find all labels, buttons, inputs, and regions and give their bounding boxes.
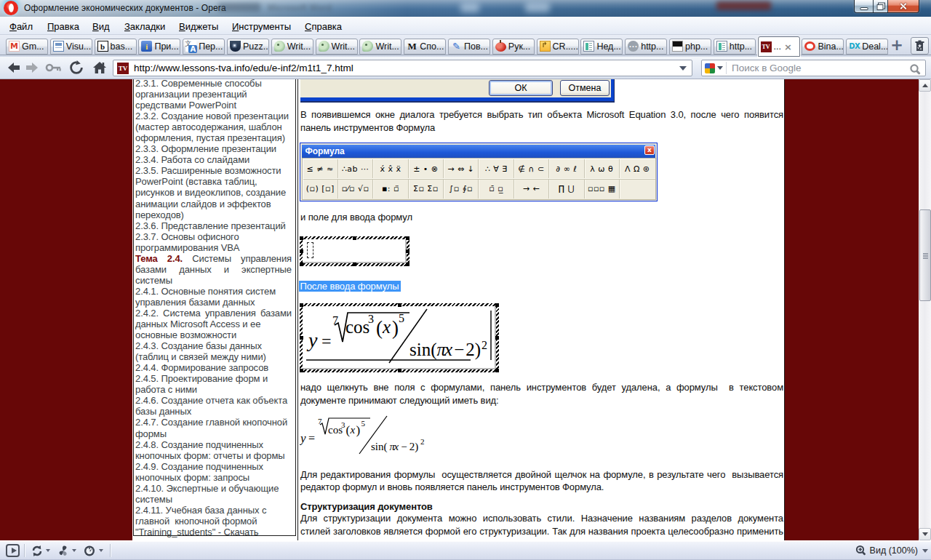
search-go-icon[interactable] [909, 63, 922, 76]
panel-toggle-button[interactable] [6, 544, 20, 557]
sidebar-link-line[interactable]: базами данных и экспертные [135, 264, 292, 275]
tab-11[interactable]: ✎Пов... [448, 39, 490, 55]
ftoolbar-row1-group-4[interactable]: ± • ⊗ [409, 159, 444, 179]
closed-tabs-trash-button[interactable] [911, 37, 929, 55]
home-button[interactable] [92, 60, 107, 75]
ftoolbar-row1-group-6[interactable]: ∴ ∀ ∃ [479, 159, 514, 179]
formula-toolbar-close-button[interactable]: x [644, 145, 655, 155]
tab-5[interactable]: Пер... [183, 39, 225, 55]
tab-7[interactable]: Writ... [271, 39, 313, 55]
sidebar-link-line[interactable]: кнопочных форм: запросы [135, 472, 292, 483]
sidebar-link-line[interactable]: программирования VBA [135, 242, 292, 253]
close-button[interactable] [887, 0, 919, 12]
tab-17[interactable]: http... [714, 39, 756, 55]
ftoolbar-row2-group-3[interactable]: ▪: ▫̈ [373, 180, 408, 199]
ftoolbar-row1-group-9[interactable]: λ ω θ [585, 159, 620, 179]
tab-2[interactable]: Visu... [50, 39, 92, 55]
restore-button[interactable] [873, 0, 887, 12]
tab-19[interactable]: Bina... [802, 39, 844, 55]
zoom-dropdown-arrow[interactable] [922, 549, 928, 553]
sidebar-link-line[interactable]: 2.3.3. Оформление презентации [135, 143, 292, 154]
tab-10[interactable]: MСпо... [404, 39, 446, 55]
tab-16[interactable]: php... [669, 39, 711, 55]
menu-3[interactable]: Вид [92, 21, 110, 33]
sidebar-link-line[interactable]: главной кнопочной формой [135, 516, 292, 527]
menu-4[interactable]: Закладки [124, 21, 165, 33]
sidebar-link-line[interactable]: оформления, пустая презентация) [135, 132, 292, 143]
ftoolbar-row2-group-8[interactable]: ∏ ⋃ [549, 180, 584, 199]
sync-dropdown-arrow[interactable] [46, 549, 50, 552]
dialog-ok-button[interactable]: ОК [489, 80, 553, 96]
search-engine-dropdown-arrow[interactable] [717, 66, 723, 70]
tab-18-active[interactable]: TV...× [758, 36, 800, 57]
tab-15[interactable]: ···http... [625, 39, 667, 55]
sidebar-link-line[interactable]: системы [135, 494, 292, 505]
sidebar-link-line[interactable]: 2.4.11. Учебная база данных с [135, 505, 292, 516]
back-button[interactable] [7, 60, 20, 75]
sidebar-link-line[interactable]: кнопочных форм: отчеты и формы [135, 450, 292, 461]
sidebar-link-line[interactable]: (таблиц и связей между ними) [135, 351, 292, 362]
sidebar-link-line[interactable]: 2.3.7. Основы офисного [135, 231, 292, 242]
menu-6[interactable]: Инструменты [232, 21, 291, 33]
ftoolbar-row2-group-9[interactable]: ▫▫▫ ▦ [585, 180, 620, 199]
sidebar-link-line[interactable]: "Training_students" - Скачать [135, 527, 292, 537]
menu-1[interactable]: Файл [9, 21, 33, 33]
sidebar-link-line[interactable]: 2.4.10. Экспертные и обучающие [135, 483, 292, 494]
url-field[interactable]: TV http://www.lessons-tva.info/edu/e-inf… [113, 60, 692, 76]
tab-9[interactable]: Writ... [359, 39, 401, 55]
sidebar-link-line[interactable]: 2.3.1. Современные способы [135, 79, 292, 89]
tab-close-button[interactable]: × [784, 41, 792, 52]
minimize-button[interactable] [855, 0, 873, 12]
reload-button[interactable] [69, 60, 84, 75]
tab-6[interactable]: Puzz... [227, 39, 269, 55]
sidebar-link-line[interactable]: рисунков и видеоклипов, создание [135, 187, 292, 198]
forward-button[interactable] [25, 60, 39, 75]
sidebar-link-line[interactable]: системы [135, 275, 292, 286]
vertical-scrollbar[interactable] [919, 79, 931, 540]
zoom-widget[interactable]: Вид (100%) [855, 545, 928, 556]
sidebar-link-line[interactable]: 2.4.8. Создание подчиненных [135, 439, 292, 450]
tab-14[interactable]: Нед... [580, 39, 623, 55]
ftoolbar-row1-group-7[interactable]: ∉ ∩ ⊂ [514, 159, 549, 179]
tab-4[interactable]: iПри... [138, 39, 180, 55]
menu-2[interactable]: Правка [47, 21, 79, 33]
tab-12[interactable]: Рук... [492, 39, 535, 55]
sidebar-link-line[interactable]: 2.4.5. Проектирование форм и [135, 373, 292, 384]
sidebar-link-line[interactable]: анимации слайдов и эффектов [135, 199, 292, 209]
wand-password-icon[interactable] [45, 60, 63, 75]
ftoolbar-row2-group-5[interactable]: ∫▫ ∮▫ [444, 180, 479, 199]
sidebar-link-line[interactable]: основные возможности [135, 329, 292, 340]
turbo-gauge-icon[interactable] [83, 545, 96, 557]
sidebar-link-line[interactable]: переходов) [135, 209, 292, 220]
new-tab-button[interactable]: + [889, 40, 905, 52]
ftoolbar-row1-group-10[interactable]: Λ Ω ⊛ [620, 159, 655, 179]
sync-icon[interactable] [31, 545, 44, 557]
ftoolbar-row2-group-1[interactable]: (▫) [▫] [303, 180, 338, 199]
menu-5[interactable]: Виджеты [179, 21, 218, 33]
sidebar-link-line[interactable]: 2.3.2. Создание новой презентации [135, 111, 292, 121]
ftoolbar-row1-group-3[interactable]: x́ x̂ ẍ [373, 159, 408, 179]
menu-7[interactable]: Справка [305, 21, 342, 33]
tab-13[interactable]: CR...... [537, 39, 579, 55]
opera-logo-icon[interactable] [4, 1, 18, 15]
sidebar-link-line[interactable]: PowerPoint (вставка таблиц, [135, 176, 292, 187]
sidebar-link-line[interactable]: 2.3.6. Представление презентаций [135, 220, 292, 231]
scrollbar-thumb[interactable] [919, 209, 931, 301]
ftoolbar-row1-group-5[interactable]: → ⇔ ↓ [444, 159, 479, 179]
ftoolbar-row1-group-2[interactable]: ∴ab ⋯ [338, 159, 373, 179]
sidebar-link-line[interactable]: 2.3.4. Работа со слайдами [135, 154, 292, 165]
sidebar-link-line[interactable]: организации презентаций [135, 89, 292, 100]
sidebar-link-line[interactable]: базы данных [135, 406, 292, 417]
unite-fan-icon[interactable] [57, 545, 70, 557]
ftoolbar-row2-group-6[interactable]: ▫̄ ▫̲ [479, 180, 514, 199]
search-field[interactable]: Поиск в Google [701, 60, 926, 76]
tab-8[interactable]: Writ... [316, 39, 358, 55]
tab-1[interactable]: MGm... [6, 39, 48, 55]
sidebar-link-line[interactable]: формы [135, 428, 292, 439]
sidebar-link-line[interactable]: Тема 2.4. Системы управления [135, 253, 292, 264]
sidebar-link-line[interactable]: 2.4.4. Формирование запросов [135, 362, 292, 373]
ftoolbar-row1-group-8[interactable]: ∂ ∞ ℓ [549, 159, 584, 179]
sidebar-link-line[interactable]: средствами PowerPoint [135, 100, 292, 111]
tab-20[interactable]: DXDeal... [846, 39, 888, 55]
sidebar-link-line[interactable]: 2.4.3. Создание базы данных [135, 340, 292, 351]
